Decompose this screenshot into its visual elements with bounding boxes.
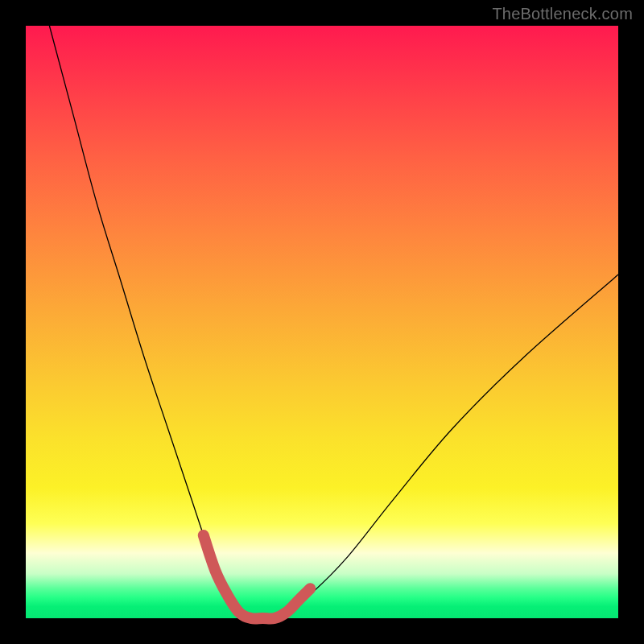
plot-area — [26, 26, 618, 618]
bottleneck-chart — [26, 26, 618, 618]
outer-frame: TheBottleneck.com — [0, 0, 644, 644]
watermark-text: TheBottleneck.com — [492, 5, 633, 23]
bottleneck-curve-line — [49, 26, 618, 619]
optimal-range-highlight — [204, 535, 310, 619]
